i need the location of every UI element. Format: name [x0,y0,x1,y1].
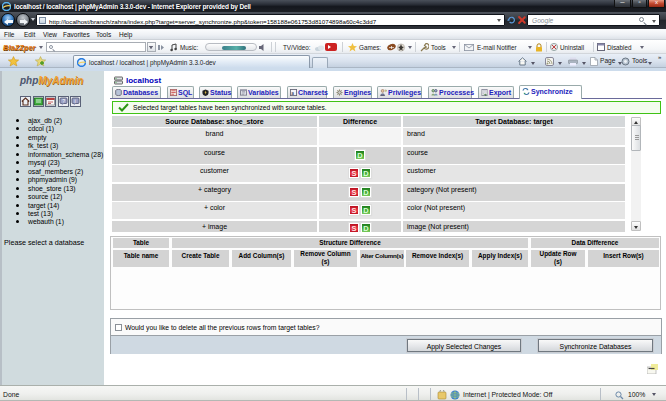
svg-text:a: a [291,90,294,96]
svg-text:i: i [74,98,75,104]
svg-text:?: ? [62,98,65,104]
